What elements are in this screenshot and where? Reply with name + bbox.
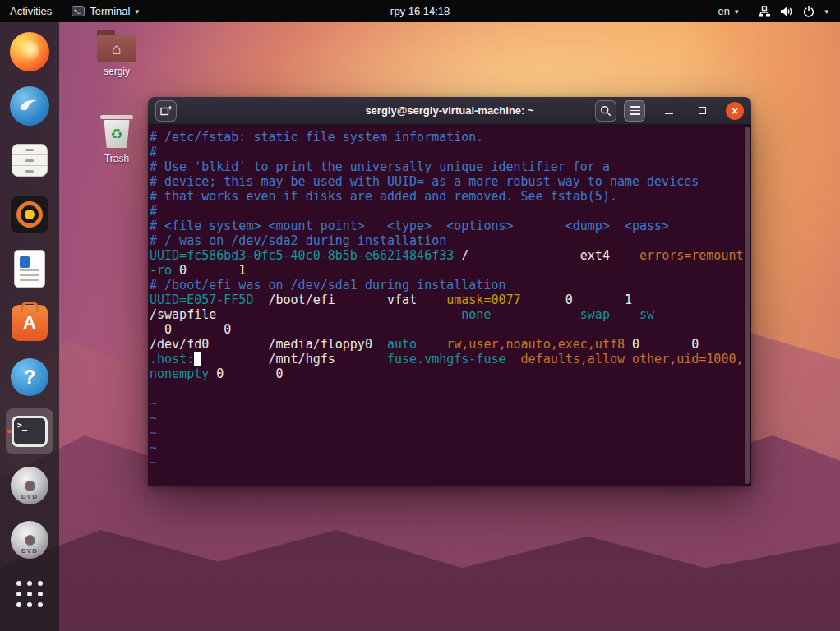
dvd-label: DVD <box>11 547 48 555</box>
terminal-line: # <file system> <mount point> <type> <op… <box>150 219 751 233</box>
recycle-emblem-icon: ♻ <box>110 127 122 141</box>
top-bar: Activities >_ Terminal ▾ гру 16 14:18 en… <box>0 0 840 22</box>
activities-button[interactable]: Activities <box>0 0 62 22</box>
terminal-text-segment: # <box>150 145 157 159</box>
terminal-text-segment: -ro <box>150 263 172 278</box>
terminal-line: # device; this may be used with UUID= as… <box>150 174 751 189</box>
help-question-mark: ? <box>24 366 36 389</box>
firefox-icon <box>10 32 49 71</box>
dock-item-dvd-2[interactable]: DVD <box>6 517 53 563</box>
terminal-app-icon: >_ <box>72 6 85 16</box>
chevron-down-icon: ▾ <box>824 7 828 16</box>
ubuntu-software-icon: A <box>12 305 48 341</box>
terminal-text-segment: # Use 'blkid' to print the universally u… <box>150 159 610 174</box>
dock-item-thunderbird[interactable] <box>6 83 53 129</box>
terminal-titlebar[interactable]: sergiy@sergiy-virtual-machine: ~ × <box>148 97 751 125</box>
desktop-icon-home-folder[interactable]: ⌂ sergiy <box>85 30 148 77</box>
help-icon: ? <box>11 358 48 396</box>
maximize-button[interactable] <box>693 102 711 120</box>
terminal-text-segment: ~ <box>150 455 157 470</box>
terminal-line <box>150 381 751 396</box>
dock-item-terminal[interactable]: >_ <box>6 408 53 454</box>
terminal-text-segment: # /etc/fstab: static file system informa… <box>150 130 483 145</box>
terminal-line: ~ <box>150 411 751 426</box>
chevron-down-icon: ▾ <box>135 7 139 16</box>
terminal-text: # /etc/fstab: static file system informa… <box>150 130 751 470</box>
network-icon <box>758 6 771 17</box>
app-menu[interactable]: >_ Terminal ▾ <box>62 0 149 22</box>
terminal-text-segment <box>417 337 446 352</box>
terminal-icon: >_ <box>12 416 48 447</box>
dvd-icon: DVD <box>11 467 48 504</box>
system-status-area[interactable]: ▾ <box>748 0 840 22</box>
terminal-line: .host: /mnt/hgfs fuse.vmhgfs-fuse defaul… <box>150 352 751 366</box>
terminal-text-segment: ~ <box>150 411 157 426</box>
scrollbar-thumb[interactable] <box>745 127 750 484</box>
keyboard-layout-indicator[interactable]: en ▾ <box>708 0 748 22</box>
terminal-text-segment: # device; this may be used with UUID= as… <box>150 174 699 189</box>
dock-item-dvd-1[interactable]: DVD <box>6 463 53 509</box>
terminal-line: # /etc/fstab: static file system informa… <box>150 130 751 145</box>
terminal-window: sergiy@sergiy-virtual-machine: ~ × <box>148 97 751 486</box>
terminal-line: ~ <box>150 396 751 411</box>
terminal-text-segment: # that works even if disks are added and… <box>150 189 617 204</box>
terminal-text-segment: sw <box>639 307 654 322</box>
terminal-text-segment: 0 0 <box>625 337 699 352</box>
terminal-text-segment <box>216 307 461 322</box>
libreoffice-writer-icon <box>14 250 45 288</box>
terminal-line: ~ <box>150 440 751 455</box>
terminal-scrollbar[interactable] <box>744 125 751 486</box>
dock-item-ubuntu-software[interactable]: A <box>6 300 53 346</box>
terminal-text-segment: /boot/efi vfat <box>253 292 446 307</box>
terminal-text-segment: /dev/fd0 /media/floppy0 <box>150 337 387 352</box>
terminal-line: # <box>150 145 751 159</box>
terminal-line: -ro 0 1 <box>150 263 751 278</box>
chevron-down-icon: ▾ <box>735 7 739 16</box>
terminal-text-segment: 0 1 <box>521 292 632 307</box>
dvd-label: DVD <box>11 493 48 500</box>
terminal-text-segment: defaults,allow_other,uid=1000, <box>521 352 744 366</box>
terminal-text-segment: # /boot/efi was on /dev/sda1 during inst… <box>150 278 505 292</box>
dock-item-help[interactable]: ? <box>6 354 53 400</box>
dvd-icon: DVD <box>11 521 48 559</box>
show-applications-icon <box>16 581 43 607</box>
terminal-text-segment: nonempty <box>150 366 209 381</box>
running-indicator-dot <box>7 430 12 434</box>
dock-item-firefox[interactable] <box>6 29 53 75</box>
dock-item-rhythmbox[interactable] <box>6 191 53 237</box>
terminal-text-segment: 0 0 <box>150 322 231 337</box>
terminal-text-segment: auto <box>387 337 417 352</box>
terminal-text-segment: .host: <box>150 352 194 366</box>
app-menu-label: Terminal <box>90 5 130 17</box>
terminal-line: # / was on /dev/sda2 during installation <box>150 233 751 248</box>
minimize-button[interactable] <box>660 102 678 120</box>
clock[interactable]: гру 16 14:18 <box>381 0 460 22</box>
close-button[interactable]: × <box>726 102 744 120</box>
dock-item-files[interactable] <box>6 137 53 183</box>
terminal-text-segment: rw,user,noauto,exec,utf8 <box>446 337 625 352</box>
home-folder-icon: ⌂ <box>97 30 136 62</box>
minimize-icon <box>665 113 673 114</box>
thunderbird-icon <box>10 86 49 126</box>
terminal-line: /swapfile none swap sw <box>150 307 751 322</box>
desktop-icon-label: Trash <box>104 153 129 164</box>
files-icon <box>12 144 48 177</box>
terminal-text-segment: ~ <box>150 426 157 440</box>
home-emblem-icon: ⌂ <box>112 41 121 57</box>
menu-button[interactable] <box>624 100 645 122</box>
desktop-icon-trash[interactable]: ♻ Trash <box>85 115 148 164</box>
new-tab-button[interactable] <box>155 100 177 122</box>
terminal-text-segment: UUID=fc586bd3-0fc5-40c0-8b5b-e66214846f3… <box>150 248 454 263</box>
terminal-line: ~ <box>150 455 751 470</box>
dock-item-libreoffice-writer[interactable] <box>6 246 53 292</box>
dock-item-show-applications[interactable] <box>6 571 53 617</box>
music-player-icon <box>11 196 48 233</box>
close-icon: × <box>732 105 738 117</box>
terminal-content[interactable]: # /etc/fstab: static file system informa… <box>148 125 751 486</box>
terminal-text-segment: # <file system> <mount point> <type> <op… <box>150 219 669 233</box>
search-button[interactable] <box>595 100 616 122</box>
cursor-position: 14,7-8 <box>610 485 654 486</box>
terminal-text-segment: 0 0 <box>209 366 283 381</box>
trash-icon: ♻ <box>101 115 132 150</box>
terminal-text-segment <box>491 307 579 322</box>
